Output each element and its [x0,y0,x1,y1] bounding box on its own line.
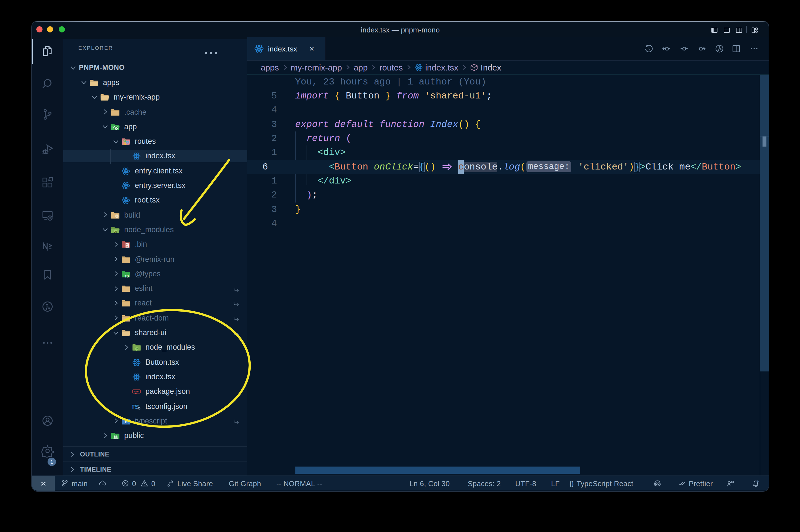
svg-text:npm: npm [134,391,139,393]
svg-text:JS: JS [114,230,117,233]
svg-text:TS: TS [125,421,128,424]
svg-text:TS: TS [125,274,129,278]
svg-text:JS: JS [135,347,138,350]
svg-text:10: 10 [126,246,128,248]
